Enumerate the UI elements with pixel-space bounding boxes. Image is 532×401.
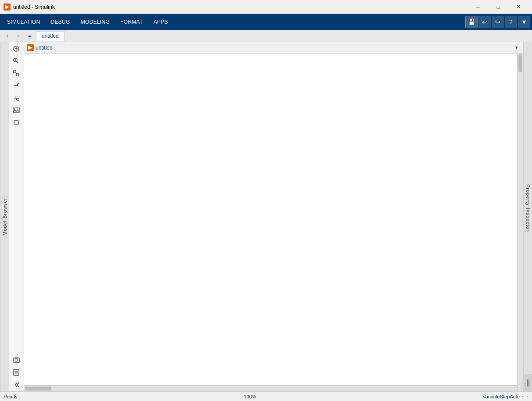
menu-right-controls: 💾 ↩ ↪ ? ▼ [465,16,530,28]
menu-simulation[interactable]: SIMULATION [2,16,45,28]
screenshot-icon [13,357,20,364]
model-browser-label: Model Browser [2,198,7,236]
redo-button[interactable]: ↪ [492,16,504,28]
svg-marker-3 [18,34,19,38]
svg-rect-12 [14,71,16,73]
model-path-label: untitled [36,45,53,51]
titlebar-controls: ─ □ ✕ [468,0,528,14]
docblock-icon [13,369,20,376]
help-button[interactable]: ? [505,16,517,28]
forward-button[interactable] [13,31,24,41]
left-sidebar: A [9,42,24,391]
property-inspector-panel[interactable]: Property Inspector [524,42,532,374]
status-text: Ready [4,394,18,399]
svg-marker-4 [28,35,32,37]
horizontal-scrollbar-thumb[interactable] [25,387,51,390]
block-button[interactable] [10,117,22,128]
zoom-in-icon [13,57,20,64]
minimize-button[interactable]: ─ [468,0,488,14]
solver-info: VariableStepAuto [482,394,520,399]
up-icon [28,34,32,38]
property-inspector-label-text: Property Inspector [525,184,531,232]
collapse-sidebar-button[interactable] [10,379,22,390]
svg-marker-2 [6,34,8,38]
vertical-scrollbar[interactable] [517,54,523,391]
svg-point-25 [15,359,18,362]
up-button[interactable] [25,31,35,41]
forward-icon [16,34,21,38]
titlebar-left: untitled - Simulink [4,4,55,11]
model-icon [27,44,34,51]
save-button[interactable]: 💾 [465,16,478,28]
text-icon: A [13,94,20,101]
canvas-container: untitled ▼ [24,42,523,391]
toolbar: untitled [0,30,532,42]
model-browser-panel[interactable]: Model Browser [0,42,9,391]
svg-rect-23 [14,121,18,124]
navigate-button[interactable] [10,43,22,54]
menu-debug[interactable]: DEBUG [45,16,75,28]
screenshot-button[interactable] [10,354,22,366]
docblock-button[interactable] [10,367,22,378]
navigate-icon [13,45,20,52]
statusbar-expand-button[interactable]: ⋮⋮ [521,393,528,400]
text-button[interactable]: A [10,92,22,104]
zoom-in-button[interactable] [10,55,22,67]
collapse-icon [13,381,20,388]
svg-point-22 [14,109,15,110]
maximize-button[interactable]: □ [488,0,508,14]
right-panel: Property Inspector [523,42,532,391]
fit-view-icon [13,70,20,77]
block-icon [13,119,20,126]
zoom-level: 100% [18,394,482,399]
simulink-icon [4,4,11,11]
menu-dropdown-button[interactable]: ▼ [518,16,530,28]
line-tool-button[interactable] [10,80,22,91]
title-bar: untitled - Simulink ─ □ ✕ [0,0,532,14]
main-area: Model Browser [0,42,532,391]
svg-marker-18 [18,83,20,84]
svg-line-11 [17,62,19,64]
status-bar: Ready 100% VariableStepAuto ⋮⋮ [0,391,532,401]
horizontal-scrollbar[interactable] [24,385,517,391]
menu-modeling[interactable]: MODELING [75,16,115,28]
canvas-area[interactable] [24,54,523,391]
path-dropdown-button[interactable]: ▼ [513,44,521,52]
svg-line-14 [16,73,17,74]
right-expander-icon [526,379,530,387]
right-expander-button[interactable] [524,374,532,391]
fit-view-button[interactable] [10,68,22,79]
image-button[interactable] [10,104,22,116]
close-button[interactable]: ✕ [508,0,528,14]
window-title: untitled - Simulink [13,4,55,10]
breadcrumb-tab[interactable]: untitled [36,31,65,41]
svg-rect-13 [17,74,19,76]
menu-format[interactable]: FORMAT [115,16,148,28]
back-button[interactable] [2,31,12,41]
path-bar: untitled ▼ [24,42,523,54]
undo-button[interactable]: ↩ [478,16,491,28]
menu-apps[interactable]: APPS [148,16,173,28]
image-icon [13,107,20,114]
vertical-scrollbar-thumb[interactable] [518,54,522,72]
back-icon [5,34,9,38]
line-tool-icon [13,82,20,89]
menu-bar: SIMULATION DEBUG MODELING FORMAT APPS 💾 … [0,14,532,30]
